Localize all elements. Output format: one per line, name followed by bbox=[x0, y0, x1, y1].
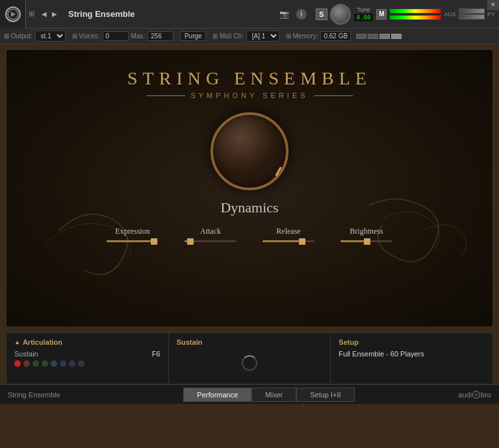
sustain-spinner bbox=[177, 350, 323, 376]
subtitle-text: SYMPHONY SERIES bbox=[190, 92, 308, 99]
s-button[interactable]: S bbox=[316, 8, 327, 20]
brightness-label: Brightness bbox=[350, 227, 383, 236]
sustain-title-text: Sustain bbox=[177, 338, 203, 346]
dynamics-knob[interactable] bbox=[211, 112, 288, 190]
dynamics-knob-container bbox=[211, 112, 288, 190]
articulation-row-label: Sustain bbox=[14, 350, 38, 358]
header-left: ⊞ ◀ ▶ String Ensemble 📷 i bbox=[0, 0, 312, 28]
expression-fill bbox=[107, 240, 151, 242]
attack-label: Attack bbox=[200, 227, 221, 236]
instrument-name: String Ensemble bbox=[64, 9, 139, 19]
nav-instrument-label: String Ensemble bbox=[0, 391, 104, 399]
nav-next-button[interactable]: ▶ bbox=[50, 9, 59, 19]
output-label: ⊞ Output: bbox=[4, 32, 32, 40]
triangle-icon: ▲ bbox=[14, 339, 20, 345]
setup-title: Setup bbox=[339, 338, 485, 346]
memory-value: 0.62 GB bbox=[320, 31, 351, 41]
instrument-title-area: STRING ENSEMBLE SYMPHONY SERIES bbox=[6, 50, 493, 99]
meter-bars bbox=[389, 8, 441, 20]
articulation-row: Sustain F6 bbox=[14, 350, 160, 358]
bottom-nav: String Ensemble Performance Mixer Setup … bbox=[0, 384, 499, 404]
tune-knob[interactable] bbox=[330, 4, 351, 25]
expression-slider-group: Expression bbox=[107, 227, 159, 242]
subtitle-area: SYMPHONY SERIES bbox=[6, 92, 493, 99]
articulation-panel: ▲ Articulation Sustain F6 bbox=[6, 333, 169, 384]
brightness-slider[interactable] bbox=[340, 240, 392, 242]
kontakt-logo bbox=[5, 6, 21, 22]
tune-label: Tune bbox=[357, 6, 370, 13]
bottom-tabs: Performance Mixer Setup I+II bbox=[104, 388, 434, 402]
attack-slider-group: Attack bbox=[185, 227, 237, 242]
bottom-section: ▲ Articulation Sustain F6 Sustain Set bbox=[6, 332, 493, 384]
articulation-row-value: F6 bbox=[152, 350, 160, 358]
attack-slider[interactable] bbox=[185, 240, 237, 242]
tab-mixer[interactable]: Mixer bbox=[251, 388, 296, 402]
expression-thumb[interactable] bbox=[151, 238, 157, 245]
midi-label: ⊞ Midi Ch: bbox=[212, 32, 243, 40]
tune-value: 0.00 bbox=[353, 13, 374, 22]
setup-title-text: Setup bbox=[339, 338, 359, 346]
title-line-left bbox=[146, 95, 185, 96]
aux-label: AUX bbox=[444, 11, 456, 18]
m-button[interactable]: M bbox=[376, 9, 387, 19]
output-field: ⊞ Output: st.1 bbox=[4, 31, 66, 42]
memory-label: ⊞ Memory: bbox=[286, 32, 318, 40]
dynamics-label: Dynamics bbox=[6, 199, 493, 216]
dot-5[interactable] bbox=[51, 360, 57, 367]
release-label: Release bbox=[276, 227, 300, 236]
tab-performance[interactable]: Performance bbox=[183, 388, 251, 402]
dot-6[interactable] bbox=[60, 360, 66, 367]
dot-8[interactable] bbox=[78, 360, 84, 367]
knob-indicator bbox=[275, 166, 282, 176]
meter-bar-l bbox=[389, 8, 441, 14]
setup-panel: Setup Full Ensemble - 60 Players bbox=[331, 333, 493, 384]
meter-bar-r bbox=[389, 15, 441, 20]
dot-2[interactable] bbox=[23, 360, 30, 367]
setup-row: Full Ensemble - 60 Players bbox=[339, 350, 485, 358]
title-line-right bbox=[314, 95, 353, 96]
camera-icon[interactable]: 📷 bbox=[276, 10, 292, 19]
voices-label: ⊞ Voices: bbox=[72, 32, 100, 40]
knob-area bbox=[6, 112, 493, 190]
brightness-thumb[interactable] bbox=[364, 238, 370, 245]
nav-prev-button[interactable]: ◀ bbox=[40, 9, 49, 19]
sliders-row: Expression Attack Release Brightness bbox=[6, 227, 493, 242]
audiobro-logo: audi o bro bbox=[442, 391, 491, 399]
brightness-fill bbox=[340, 240, 364, 242]
dots-row bbox=[14, 360, 160, 367]
info-icon[interactable]: i bbox=[296, 9, 307, 19]
voices-value: 0 bbox=[103, 31, 129, 41]
attack-thumb[interactable] bbox=[187, 238, 194, 245]
articulation-title-text: Articulation bbox=[23, 338, 62, 346]
close-button[interactable]: ✕ bbox=[487, 0, 499, 10]
kontakt-controls: S Tune 0.00 M AUX PY ✕ bbox=[312, 4, 499, 25]
release-fill bbox=[262, 240, 299, 242]
release-slider-group: Release bbox=[262, 227, 314, 242]
dot-4[interactable] bbox=[42, 360, 48, 367]
logo-circle: o bbox=[472, 391, 480, 399]
max-label: Max: bbox=[131, 32, 146, 40]
tab-setup[interactable]: Setup I+II bbox=[296, 388, 354, 402]
nav-arrows: ◀ ▶ bbox=[37, 9, 62, 19]
max-value: 256 bbox=[147, 31, 173, 41]
expression-label: Expression bbox=[115, 227, 149, 236]
expression-slider[interactable] bbox=[107, 240, 159, 242]
brightness-slider-group: Brightness bbox=[340, 227, 392, 242]
main-title: STRING ENSEMBLE bbox=[6, 68, 493, 89]
logo-box bbox=[0, 0, 26, 29]
sustain-title: Sustain bbox=[177, 338, 323, 346]
dot-3[interactable] bbox=[32, 360, 39, 367]
instrument-panel: STRING ENSEMBLE SYMPHONY SERIES Dynamics… bbox=[6, 49, 493, 327]
loading-spinner bbox=[242, 355, 257, 371]
dot-7[interactable] bbox=[69, 360, 75, 367]
midi-field: ⊞ Midi Ch: [A] 1 bbox=[212, 31, 279, 42]
output-select[interactable]: st.1 bbox=[35, 31, 66, 42]
dot-1[interactable] bbox=[14, 360, 21, 367]
release-thumb[interactable] bbox=[299, 238, 305, 245]
setup-value: Full Ensemble - 60 Players bbox=[339, 350, 424, 358]
release-slider[interactable] bbox=[262, 240, 314, 242]
purge-button[interactable]: Purge bbox=[180, 31, 206, 41]
midi-select[interactable]: [A] 1 bbox=[246, 31, 279, 42]
voices-field: ⊞ Voices: 0 Max: 256 bbox=[72, 31, 174, 41]
bottom-logo: audi o bro bbox=[434, 391, 499, 399]
